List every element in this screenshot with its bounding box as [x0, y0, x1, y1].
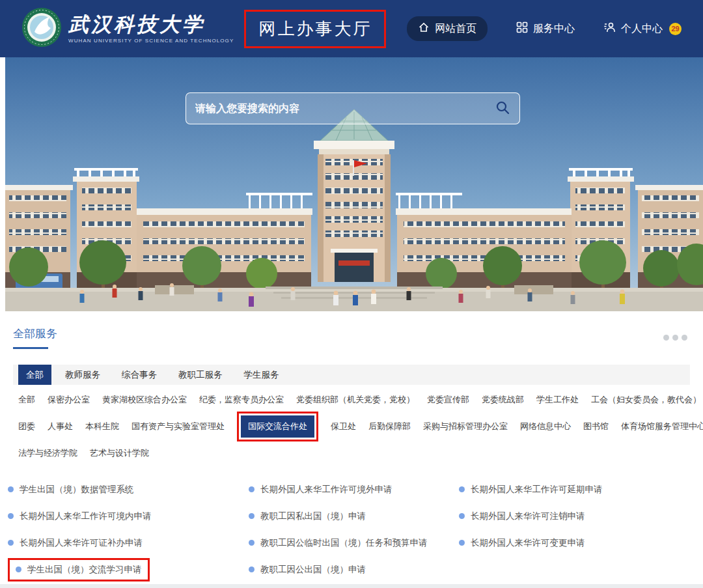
campus-photo [5, 57, 703, 311]
hero-search-bar [186, 92, 520, 124]
service-link[interactable]: 教职工因私出国（境）申请 [249, 511, 366, 522]
bullet-icon [249, 540, 255, 546]
department-filter[interactable]: 学生工作处 [536, 394, 579, 406]
section-title: 全部服务 [13, 326, 57, 341]
department-filter[interactable]: 党委宣传部 [427, 394, 469, 406]
bullet-icon [249, 513, 255, 519]
department-filter[interactable]: 网络信息中心 [520, 421, 571, 432]
service-link[interactable]: 学生出国（境）数据管理系统 [8, 484, 134, 496]
university-name-cn: 武汉科技大学 [68, 14, 234, 35]
department-filter[interactable]: 纪委，监察专员办公室 [199, 394, 284, 406]
department-filter[interactable]: 保密办公室 [48, 394, 90, 406]
bullet-icon [459, 486, 465, 492]
department-filter[interactable]: 国际交流合作处 [237, 412, 318, 441]
search-button[interactable] [495, 100, 510, 117]
notification-badge: 29 [669, 23, 682, 35]
service-item-cell: 长期外国人来华工作许可延期申请 [459, 484, 690, 496]
service-item-cell: 长期外国人来华许可证补办申请 [8, 537, 249, 549]
top-navigation: 网站首页 服务中心 个人中心 29 [407, 16, 682, 41]
service-item-cell: 长期外国人来华工作许可境外申请 [249, 484, 459, 496]
service-link[interactable]: 长期外国人来华许可变更申请 [459, 537, 585, 549]
person-icon [603, 21, 616, 36]
service-link[interactable]: 长期外国人来华许可注销申请 [459, 511, 585, 522]
department-filter[interactable]: 团委 [18, 421, 35, 432]
department-filter[interactable]: 采购与招标管理办公室 [423, 421, 508, 432]
grid-icon [516, 21, 528, 36]
bullet-icon [249, 567, 255, 572]
department-filter[interactable]: 法学与经济学院 [18, 447, 77, 459]
search-input[interactable] [195, 103, 495, 115]
service-link[interactable]: 教职工因公临时出国（境）任务和预算申请 [249, 537, 428, 549]
department-filter[interactable]: 艺术与设计学院 [90, 447, 149, 459]
department-filter[interactable]: 本科生院 [85, 421, 119, 432]
department-filter[interactable]: 后勤保障部 [368, 421, 411, 432]
nav-personal-center[interactable]: 个人中心 29 [603, 21, 682, 36]
category-tab[interactable]: 全部 [18, 365, 51, 385]
bullet-icon [8, 540, 14, 546]
category-tab[interactable]: 综合事务 [114, 365, 165, 385]
category-tab[interactable]: 教职工服务 [171, 365, 230, 385]
services-section: 全部服务 全部教师服务综合事务教职工服务学生服务 全部保密办公室黄家湖校区综合办… [0, 326, 703, 583]
department-row-3: 法学与经济学院艺术与设计学院 [18, 447, 690, 459]
department-filter[interactable]: 国有资产与实验室管理处 [131, 421, 225, 432]
service-link[interactable]: 长期外国人来华工作许可延期申请 [459, 484, 603, 496]
department-filters: 全部保密办公室黄家湖校区综合办公室纪委，监察专员办公室党委组织部（机关党委，党校… [13, 394, 690, 459]
department-filter[interactable]: 保卫处 [331, 421, 356, 432]
bullet-icon [8, 513, 14, 519]
title-underline [13, 347, 48, 349]
nav-service-center[interactable]: 服务中心 [516, 21, 575, 36]
bullet-icon [8, 486, 14, 492]
bullet-icon [249, 486, 255, 492]
service-link[interactable]: 教职工因公出国（境）申请 [249, 564, 366, 576]
service-list: 学生出国（境）数据管理系统 长期外国人来华工作许可境外申请 长期外国人来华工作许… [8, 476, 690, 583]
department-filter[interactable]: 黄家湖校区综合办公室 [102, 394, 187, 406]
service-item-cell: 长期外国人来华许可变更申请 [459, 537, 690, 549]
bullet-icon [16, 567, 21, 572]
service-item-cell: 教职工因公出国（境）申请 [249, 564, 459, 576]
department-filter[interactable]: 体育场馆服务管理中心 [621, 421, 703, 432]
more-options-icon[interactable] [661, 332, 690, 343]
bullet-icon [459, 513, 465, 519]
service-item-cell: 学生出国（境）数据管理系统 [8, 484, 249, 496]
portal-title: 网上办事大厅 [244, 10, 386, 48]
home-icon [418, 21, 430, 36]
service-item-cell: 教职工因公临时出国（境）任务和预算申请 [249, 537, 459, 549]
service-item-cell: 学生出国（境）交流学习申请 [8, 558, 249, 581]
department-filter[interactable]: 党委组织部（机关党委，党校） [296, 394, 415, 406]
department-row-1: 全部保密办公室黄家湖校区综合办公室纪委，监察专员办公室党委组织部（机关党委，党校… [18, 394, 690, 406]
search-icon [495, 100, 510, 117]
footer-strip [0, 584, 703, 588]
category-tab[interactable]: 教师服务 [57, 365, 108, 385]
department-filter[interactable]: 全部 [18, 394, 35, 406]
department-filter[interactable]: 党委统战部 [482, 394, 524, 406]
department-filter[interactable]: 工会（妇女委员会，教代会） [591, 394, 701, 406]
service-link[interactable]: 学生出国（境）交流学习申请 [8, 558, 150, 581]
service-item-cell: 教职工因私出国（境）申请 [249, 511, 459, 522]
department-filter[interactable]: 图书馆 [583, 421, 609, 432]
service-link[interactable]: 长期外国人来华工作许可境外申请 [249, 484, 393, 496]
university-logo: 武汉科技大学 WUHAN UNIVERSITY OF SCIENCE AND T… [21, 7, 234, 50]
university-emblem-icon [21, 7, 62, 50]
service-category-tabs: 全部教师服务综合事务教职工服务学生服务 [13, 365, 690, 385]
service-link[interactable]: 长期外国人来华许可证补办申请 [8, 537, 143, 549]
service-link[interactable]: 长期外国人来华工作许可境内申请 [8, 511, 152, 522]
university-name-en: WUHAN UNIVERSITY OF SCIENCE AND TECHNOLO… [68, 38, 234, 44]
service-item-cell: 长期外国人来华许可注销申请 [459, 511, 690, 522]
category-tab[interactable]: 学生服务 [236, 365, 287, 385]
top-header: 武汉科技大学 WUHAN UNIVERSITY OF SCIENCE AND T… [0, 0, 703, 57]
service-item-cell: 长期外国人来华工作许可境内申请 [8, 511, 249, 522]
nav-home[interactable]: 网站首页 [407, 16, 488, 41]
department-row-2: 团委人事处本科生院国有资产与实验室管理处国际交流合作处保卫处后勤保障部采购与招标… [18, 412, 690, 441]
bullet-icon [459, 540, 465, 546]
department-filter[interactable]: 人事处 [48, 421, 73, 432]
